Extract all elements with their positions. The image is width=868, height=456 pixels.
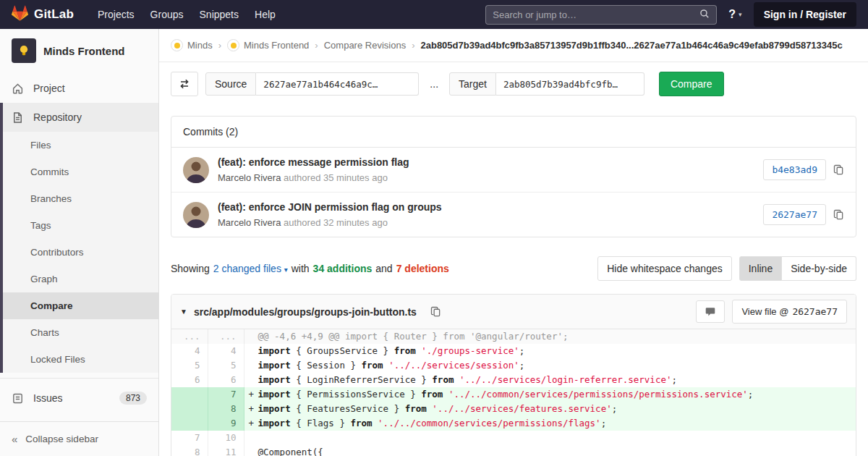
collapse-sidebar-button[interactable]: « Collapse sidebar — [0, 421, 158, 456]
sign-in-button[interactable]: Sign in / Register — [754, 2, 856, 27]
commit-sha-button[interactable]: b4e83ad9 — [763, 159, 826, 180]
left-sidebar: Minds Frontend Project Repository FilesC… — [0, 29, 159, 456]
project-header[interactable]: Minds Frontend — [0, 29, 158, 71]
new-line-number[interactable]: 10 — [208, 431, 244, 445]
diff-header-actions: View file @ 2627ae77 — [696, 300, 847, 324]
commit-author-link[interactable]: Marcelo Rivera — [218, 217, 281, 228]
old-line-number[interactable]: 4 — [171, 344, 208, 358]
nav-link-help[interactable]: Help — [247, 1, 284, 28]
new-line-number[interactable]: 7 — [208, 387, 244, 402]
old-line-number[interactable]: 5 — [171, 358, 208, 373]
diff-code-cell: +import { FeaturesService } from '../../… — [244, 402, 856, 416]
nav-link-groups[interactable]: Groups — [142, 1, 192, 28]
sidebar-item-contributors[interactable]: Contributors — [3, 239, 158, 266]
project-avatar-small — [227, 39, 239, 51]
commit-author-link[interactable]: Marcelo Rivera — [218, 172, 281, 183]
sidebar-item-compare[interactable]: Compare — [3, 292, 158, 319]
sidebar-item-graph[interactable]: Graph — [3, 266, 158, 292]
new-line-number[interactable]: 8 — [208, 402, 244, 416]
old-line-number[interactable]: 7 — [171, 431, 208, 445]
diff-stats-text: Showing 2 changed files ▾ with 34 additi… — [171, 263, 449, 274]
hide-whitespace-button[interactable]: Hide whitespace changes — [597, 256, 732, 281]
copy-file-path-button[interactable] — [430, 306, 441, 317]
copy-icon — [833, 209, 844, 220]
group-avatar — [171, 39, 183, 51]
diff-code-cell: import { GroupsService } from './groups-… — [244, 344, 856, 358]
sidebar-item-branches[interactable]: Branches — [3, 185, 158, 212]
commit-title-link[interactable]: (feat): enforce JOIN permission flag on … — [218, 201, 763, 213]
view-file-button[interactable]: View file @ 2627ae77 — [732, 300, 847, 324]
gitlab-logo-link[interactable]: GitLab — [12, 5, 74, 24]
toggle-comments-button[interactable] — [696, 300, 725, 323]
breadcrumb-current-range: 2ab805d7b39ad4bfc9fb3a85713957d9b1ffb340… — [420, 40, 842, 51]
home-icon — [12, 83, 24, 95]
old-line-number[interactable] — [171, 387, 208, 402]
deletions-count: 7 deletions — [396, 263, 449, 274]
diff-line-ctx: 811@Component({ — [171, 445, 856, 456]
sidebar-item-project[interactable]: Project — [0, 74, 158, 103]
nav-link-projects[interactable]: Projects — [90, 1, 142, 28]
commit-info: (feat): enforce message permission flagM… — [218, 156, 763, 183]
additions-count: 34 additions — [313, 263, 373, 274]
commit-sha-button[interactable]: 2627ae77 — [763, 204, 826, 225]
side-by-side-view-button[interactable]: Side-by-side — [782, 256, 856, 281]
document-icon — [12, 111, 24, 124]
compare-form: Source ... Target Compare — [159, 62, 868, 106]
inline-view-button[interactable]: Inline — [739, 256, 782, 281]
global-search[interactable] — [485, 5, 717, 25]
breadcrumb-group-link[interactable]: Minds — [171, 39, 213, 51]
old-line-number[interactable]: ... — [171, 329, 208, 344]
diff-code-cell: @Component({ — [244, 445, 856, 456]
old-line-number[interactable] — [171, 416, 208, 431]
target-ref-input[interactable] — [496, 72, 644, 96]
sidebar-divider — [0, 378, 158, 379]
help-icon: ? — [728, 8, 736, 21]
view-file-sha: 2627ae77 — [792, 306, 838, 317]
target-label: Target — [449, 72, 496, 96]
new-line-number[interactable]: ... — [208, 329, 244, 344]
source-ref-input[interactable] — [256, 72, 419, 96]
breadcrumb: Minds › Minds Frontend › Compare Revisio… — [159, 29, 868, 62]
sidebar-item-repository[interactable]: Repository — [3, 103, 158, 132]
collapse-file-icon[interactable]: ▼ — [180, 308, 187, 316]
old-line-number[interactable]: 8 — [171, 445, 208, 456]
diff-code-cell: +import { Flags } from '../../common/ser… — [244, 416, 856, 431]
commit-title-link[interactable]: (feat): enforce message permission flag — [218, 156, 763, 168]
sidebar-item-charts[interactable]: Charts — [3, 319, 158, 346]
sidebar-item-files[interactable]: Files — [3, 132, 158, 159]
sidebar-item-tags[interactable]: Tags — [3, 212, 158, 239]
new-line-number[interactable]: 4 — [208, 344, 244, 358]
diff-code-cell: @@ -4,6 +4,9 @@ import { Router } from '… — [244, 329, 856, 344]
copy-sha-button[interactable] — [833, 209, 844, 220]
old-line-number[interactable]: 6 — [171, 373, 208, 387]
repository-subnav: FilesCommitsBranchesTagsContributorsGrap… — [3, 132, 158, 373]
new-line-number[interactable]: 6 — [208, 373, 244, 387]
breadcrumb-project-link[interactable]: Minds Frontend — [227, 39, 309, 51]
new-line-number[interactable]: 5 — [208, 358, 244, 373]
breadcrumb-compare-link[interactable]: Compare Revisions — [324, 40, 406, 51]
brand-name: GitLab — [34, 7, 74, 22]
sidebar-item-commits[interactable]: Commits — [3, 159, 158, 185]
repository-section: Repository FilesCommitsBranchesTagsContr… — [0, 103, 158, 373]
changed-files-dropdown[interactable]: 2 changed files ▾ — [213, 263, 288, 274]
compare-button[interactable]: Compare — [659, 72, 724, 96]
new-line-number[interactable]: 11 — [208, 445, 244, 456]
search-input[interactable] — [493, 9, 699, 20]
commit-author-avatar — [183, 202, 209, 228]
sidebar-item-issues[interactable]: Issues 873 — [0, 384, 158, 413]
diff-table: ......@@ -4,6 +4,9 @@ import { Router } … — [171, 329, 856, 456]
old-line-number[interactable] — [171, 402, 208, 416]
gitlab-tanuki-icon — [12, 5, 28, 24]
breadcrumb-separator: › — [315, 40, 318, 51]
file-path-link[interactable]: src/app/modules/groups/groups-join-butto… — [194, 306, 417, 318]
copy-sha-button[interactable] — [833, 164, 844, 175]
new-line-number[interactable]: 9 — [208, 416, 244, 431]
help-menu[interactable]: ? ▾ — [728, 8, 741, 21]
diff-view-controls: Hide whitespace changes Inline Side-by-s… — [597, 256, 856, 281]
swap-revisions-button[interactable] — [171, 72, 198, 96]
nav-link-snippets[interactable]: Snippets — [192, 1, 247, 28]
diff-line-add: 9+import { Flags } from '../../common/se… — [171, 416, 856, 431]
source-label: Source — [205, 72, 256, 96]
sidebar-item-locked-files[interactable]: Locked Files — [3, 346, 158, 373]
chevron-down-icon: ▾ — [282, 266, 288, 274]
